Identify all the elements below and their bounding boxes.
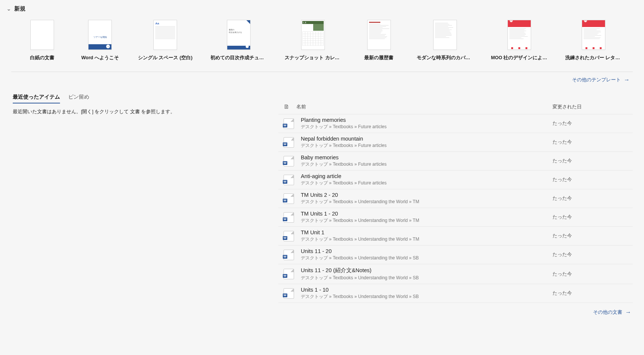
template-thumbnail: YN — [582, 20, 605, 50]
template-thumbnail — [433, 20, 457, 50]
template-card[interactable]: 最新の履歴書 — [359, 20, 399, 61]
column-header-name[interactable]: 名前 — [296, 104, 552, 110]
template-label: Word へようこそ — [80, 55, 120, 61]
template-card[interactable]: YNMOO 社のデザインによる洗… — [491, 20, 547, 61]
template-card[interactable]: Aaシングル スペース (空白) — [138, 20, 192, 61]
template-label: 白紙の文書 — [23, 55, 62, 61]
file-panel: 🗎 名前 変更された日 WPlanting memoriesデスクトップ » T… — [278, 100, 633, 115]
template-thumbnail — [367, 20, 391, 50]
section-title: 新規 — [14, 5, 26, 12]
template-label: モダンな時系列のカバー レター — [417, 55, 473, 61]
template-label: 最新の履歴書 — [359, 55, 399, 61]
column-header-modified[interactable]: 変更された日 — [552, 104, 627, 110]
file-list: WPlanting memoriesデスクトップ » Textbooks » F… — [278, 114, 633, 115]
template-thumbnail: YN — [507, 20, 531, 50]
template-card[interactable]: 最初の目次を挿入する初めての目次作成チュートリアル — [210, 20, 267, 61]
tab-recent[interactable]: 最近使ったアイテム — [13, 91, 60, 103]
file-table-header: 🗎 名前 変更された日 — [278, 100, 633, 114]
template-gallery: 白紙の文書ツアーを開始→Word へようこそAaシングル スペース (空白)最初… — [11, 16, 633, 72]
template-thumbnail: Aa — [153, 20, 177, 50]
chevron-down-icon: ⌄ — [6, 6, 11, 12]
template-card[interactable]: モダンな時系列のカバー レター — [417, 20, 473, 61]
file-row[interactable]: WPlanting memoriesデスクトップ » Textbooks » F… — [278, 114, 633, 115]
template-thumbnail: 最初の目次を挿入する — [227, 20, 251, 50]
tab-pinned[interactable]: ピン留め — [68, 91, 89, 103]
template-label: スナップショット カレンダー — [285, 55, 341, 61]
template-thumbnail: 1 月 — [301, 20, 325, 50]
section-header[interactable]: ⌄ 新規 — [0, 0, 644, 16]
template-card[interactable]: ツアーを開始→Word へようこそ — [80, 20, 120, 61]
template-card[interactable]: 白紙の文書 — [23, 20, 62, 61]
more-templates-link[interactable]: その他のテンプレート → — [572, 76, 630, 83]
template-card[interactable]: YN洗練されたカバー レター (デザ… — [565, 20, 621, 61]
template-label: 初めての目次作成チュートリアル — [210, 55, 267, 61]
more-templates-label: その他のテンプレート — [572, 76, 621, 83]
template-label: シングル スペース (空白) — [138, 55, 192, 61]
arrow-right-icon: → — [624, 76, 630, 83]
template-card[interactable]: 1 月スナップショット カレンダー — [285, 20, 341, 61]
template-thumbnail: ツアーを開始→ — [88, 20, 112, 50]
document-icon: 🗎 — [284, 103, 290, 110]
template-thumbnail — [30, 20, 54, 50]
template-label: MOO 社のデザインによる洗… — [491, 55, 547, 61]
template-label: 洗練されたカバー レター (デザ… — [565, 55, 621, 61]
